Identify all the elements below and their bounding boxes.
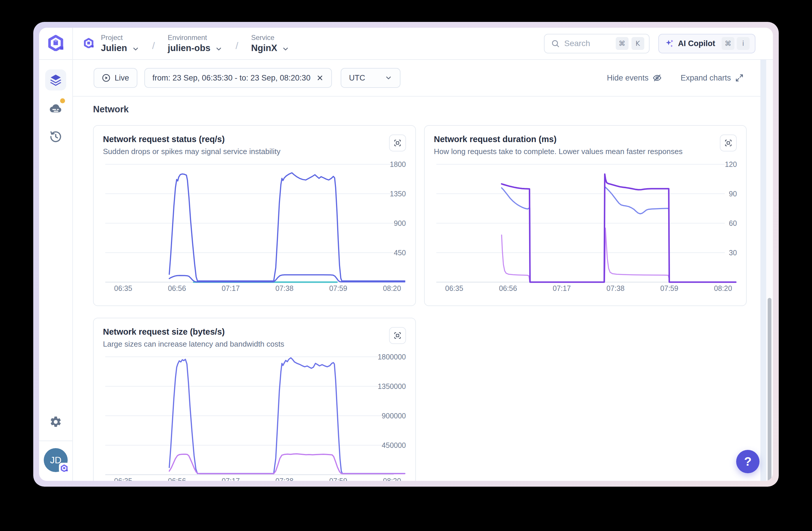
svg-text:07:17: 07:17: [222, 284, 240, 292]
svg-text:30: 30: [729, 248, 737, 257]
chart-card-request-size: Network request size (bytes/s) Large siz…: [93, 318, 416, 481]
hide-events-button[interactable]: Hide events: [607, 73, 662, 83]
app-window-frame: Project Julien / Environment julien-obs …: [33, 22, 779, 487]
avatar-brand-badge-icon: [59, 463, 69, 473]
ai-copilot-button[interactable]: AI Copilot ⌘ i: [658, 34, 755, 53]
sidebar-item-infrastructure[interactable]: [45, 98, 66, 119]
svg-text:07:17: 07:17: [222, 477, 240, 481]
chevron-down-icon: [282, 45, 289, 53]
project-selector[interactable]: Project Julien: [101, 33, 140, 53]
ai-copilot-label: AI Copilot: [678, 39, 715, 48]
hide-events-label: Hide events: [607, 73, 649, 83]
live-button[interactable]: Live: [93, 68, 137, 88]
layers-icon: [49, 73, 62, 87]
svg-text:900000: 900000: [382, 412, 406, 420]
svg-text:07:59: 07:59: [329, 284, 347, 292]
environment-selector[interactable]: Environment julien-obs: [168, 33, 222, 53]
chart-canvas-request-size[interactable]: 1800000135000090000045000006:3506:5607:1…: [103, 354, 406, 481]
chevron-down-icon: [132, 45, 140, 53]
breadcrumb-separator: /: [235, 40, 238, 51]
svg-text:60: 60: [729, 219, 737, 227]
sidebar-item-history[interactable]: [45, 126, 66, 147]
user-menu[interactable]: JD: [44, 448, 68, 472]
top-bar: Project Julien / Environment julien-obs …: [39, 28, 773, 60]
chart-card-request-status: Network request status (req/s) Sudden dr…: [93, 125, 416, 306]
sidebar-divider: [39, 441, 72, 441]
svg-text:06:56: 06:56: [168, 477, 186, 481]
time-range-text: from: 23 Sep, 06:35:30 - to: 23 Sep, 08:…: [153, 73, 310, 83]
dashboard-content: Network Network request status (req/s) S…: [73, 97, 773, 481]
timezone-select[interactable]: UTC: [341, 68, 401, 88]
chart-subtitle: Sudden drops or spikes may signal servic…: [103, 147, 280, 156]
scroll-gutter: [760, 60, 766, 481]
expand-icon: [735, 73, 744, 82]
breadcrumb-separator: /: [152, 40, 155, 51]
project-label: Project: [101, 33, 140, 42]
search-input[interactable]: Search ⌘ K: [544, 34, 650, 53]
svg-text:450: 450: [394, 248, 406, 257]
timezone-value: UTC: [349, 73, 365, 83]
environment-label: Environment: [168, 33, 222, 42]
sparkles-icon: [665, 39, 674, 48]
svg-text:1800000: 1800000: [378, 354, 406, 361]
svg-text:07:59: 07:59: [329, 477, 347, 481]
app-window: Project Julien / Environment julien-obs …: [39, 28, 773, 481]
chart-subtitle: Large sizes can increase latency and ban…: [103, 340, 284, 349]
eye-off-icon: [652, 73, 662, 83]
search-placeholder: Search: [564, 39, 590, 48]
history-icon: [49, 130, 62, 143]
chart-expand-button[interactable]: [720, 134, 737, 152]
kbd-cmd: ⌘: [616, 37, 628, 50]
kbd-cmd: ⌘: [722, 37, 735, 50]
time-range-chip[interactable]: from: 23 Sep, 06:35:30 - to: 23 Sep, 08:…: [144, 68, 332, 88]
chart-subtitle: How long requests take to complete. Lowe…: [434, 147, 683, 156]
chart-expand-button[interactable]: [389, 134, 406, 152]
chart-canvas-request-status[interactable]: 1800135090045006:3506:5607:1707:3807:590…: [103, 161, 406, 299]
sidebar-item-services[interactable]: [45, 69, 66, 90]
chart-expand-button[interactable]: [389, 327, 406, 344]
svg-text:07:59: 07:59: [660, 284, 678, 292]
chart-title: Network request duration (ms): [434, 134, 683, 144]
scrollbar-thumb[interactable]: [768, 298, 771, 481]
project-logo-icon: [83, 38, 94, 49]
sidebar: JD: [39, 60, 73, 481]
svg-text:450000: 450000: [382, 441, 406, 449]
service-label: Service: [251, 33, 290, 42]
chart-card-request-duration: Network request duration (ms) How long r…: [424, 125, 747, 306]
expand-charts-label: Expand charts: [680, 73, 731, 83]
chart-canvas-request-duration[interactable]: 12090603006:3506:5607:1707:3807:5908:20: [434, 161, 737, 299]
svg-text:1350: 1350: [390, 190, 406, 198]
scrollbar-track[interactable]: [766, 60, 773, 481]
expand-charts-button[interactable]: Expand charts: [680, 73, 744, 83]
svg-text:08:20: 08:20: [383, 477, 401, 481]
section-title: Network: [93, 104, 747, 115]
breadcrumb: Project Julien / Environment julien-obs …: [73, 28, 773, 59]
svg-text:07:17: 07:17: [553, 284, 571, 292]
svg-text:07:38: 07:38: [275, 284, 293, 292]
chart-title: Network request size (bytes/s): [103, 327, 284, 337]
kbd-k: K: [632, 37, 644, 50]
chevron-down-icon: [215, 45, 222, 53]
svg-text:90: 90: [729, 190, 737, 198]
svg-text:08:20: 08:20: [383, 284, 401, 292]
gear-icon: [49, 415, 62, 428]
chevron-down-icon: [385, 74, 392, 82]
sidebar-item-settings[interactable]: [45, 411, 66, 432]
help-button[interactable]: ?: [736, 450, 759, 473]
project-value: Julien: [101, 43, 127, 53]
notification-dot: [60, 98, 65, 103]
svg-text:07:38: 07:38: [275, 477, 293, 481]
close-icon[interactable]: [316, 74, 324, 82]
brand-logo-icon: [47, 35, 64, 52]
fullscreen-icon: [393, 331, 402, 340]
kbd-i: i: [737, 37, 750, 50]
svg-text:06:35: 06:35: [114, 284, 132, 292]
svg-text:900: 900: [394, 219, 406, 227]
svg-text:1800: 1800: [390, 161, 406, 168]
svg-text:06:35: 06:35: [445, 284, 463, 292]
service-selector[interactable]: Service NginX: [251, 33, 290, 53]
svg-text:06:35: 06:35: [114, 477, 132, 481]
app-logo[interactable]: [39, 28, 73, 59]
svg-text:1350000: 1350000: [378, 382, 406, 390]
svg-text:120: 120: [725, 161, 737, 168]
